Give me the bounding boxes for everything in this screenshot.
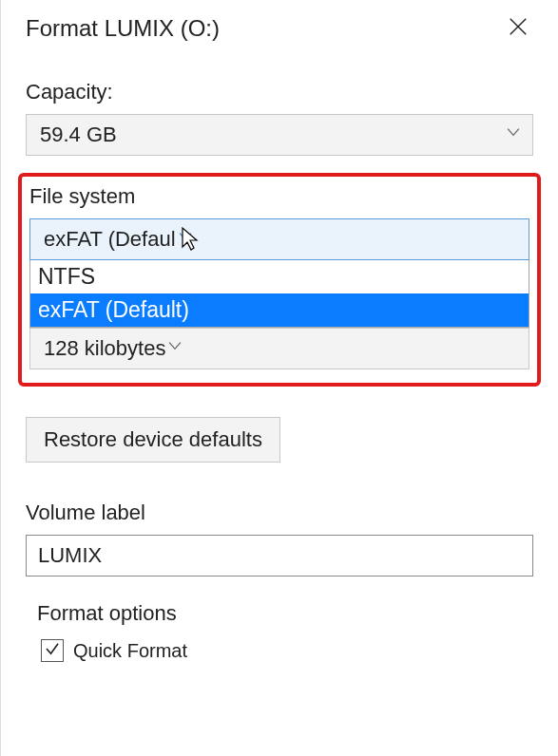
- filesystem-option-ntfs[interactable]: NTFS: [30, 260, 529, 293]
- capacity-label: Capacity:: [26, 80, 533, 104]
- chevron-down-icon: [176, 227, 195, 252]
- chevron-down-icon: [504, 123, 523, 147]
- chevron-down-icon: [165, 336, 184, 361]
- dialog-body: Capacity: 59.4 GB File system exFAT (Def…: [1, 53, 558, 671]
- filesystem-option-exfat[interactable]: exFAT (Default): [30, 293, 529, 327]
- filesystem-value: exFAT (Defaul: [44, 227, 176, 252]
- format-dialog: Format LUMIX (O:) Capacity: 59.4 GB File…: [0, 0, 558, 756]
- filesystem-select[interactable]: exFAT (Defaul: [29, 218, 529, 260]
- volume-label-label: Volume label: [26, 501, 533, 525]
- volume-label-input[interactable]: [26, 535, 533, 576]
- check-icon: [44, 640, 61, 662]
- filesystem-highlight: File system exFAT (Defaul NTFS exFAT (De…: [18, 173, 541, 387]
- format-options-group: Format options Quick Format: [26, 601, 533, 662]
- quick-format-checkbox[interactable]: [41, 639, 64, 662]
- filesystem-label: File system: [29, 184, 529, 209]
- capacity-select[interactable]: 59.4 GB: [26, 114, 533, 156]
- close-icon: [508, 16, 529, 42]
- titlebar: Format LUMIX (O:): [1, 0, 558, 53]
- allocation-select[interactable]: 128 kilobytes: [29, 328, 529, 369]
- capacity-value: 59.4 GB: [40, 123, 117, 147]
- filesystem-dropdown: NTFS exFAT (Default): [29, 260, 529, 328]
- quick-format-label: Quick Format: [73, 640, 187, 662]
- close-button[interactable]: [501, 11, 535, 46]
- format-options-label: Format options: [37, 601, 533, 626]
- dialog-title: Format LUMIX (O:): [26, 15, 220, 42]
- restore-defaults-button[interactable]: Restore device defaults: [26, 417, 280, 463]
- allocation-value: 128 kilobytes: [44, 336, 165, 361]
- quick-format-row: Quick Format: [37, 639, 533, 662]
